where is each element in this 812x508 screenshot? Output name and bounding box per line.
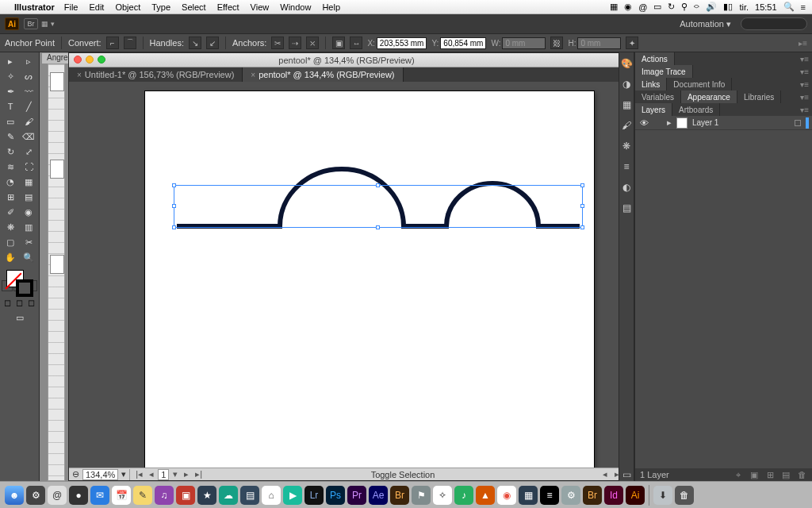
selection-tool[interactable]: ▸ (2, 54, 19, 68)
dock-app-icon[interactable]: ≡ (540, 486, 559, 505)
graph-tool[interactable]: ▥ (20, 220, 37, 234)
stroke-swatch[interactable] (16, 279, 33, 297)
nav-thumb[interactable] (50, 160, 64, 179)
photoshop-app-icon[interactable]: Ps (326, 486, 345, 505)
bbox-handle[interactable] (376, 225, 380, 229)
canvas[interactable] (69, 82, 624, 468)
menu-file[interactable]: File (64, 2, 79, 12)
align-ref-button[interactable]: ↔ (350, 37, 362, 49)
tab-document-info[interactable]: Document Info (667, 78, 732, 90)
premiere-app-icon[interactable]: Pr (347, 486, 366, 505)
dock-app-icon[interactable]: @ (48, 486, 67, 505)
battery-icon[interactable]: ▮▯ (723, 2, 733, 12)
controlbar-menu-icon[interactable]: ▸≡ (799, 39, 807, 48)
bridge-button[interactable]: Br (24, 18, 38, 29)
tab-appearance[interactable]: Appearance (681, 90, 737, 103)
draw-behind[interactable]: ◻ (13, 297, 25, 308)
screen-mode-button[interactable]: ▭ (2, 310, 37, 325)
minimize-icon[interactable] (86, 56, 94, 64)
dock-app-icon[interactable]: ⚑ (412, 486, 431, 505)
doc-titlebar[interactable]: pentool* @ 134,4% (RGB/Preview) (69, 53, 624, 67)
layer-thumb[interactable] (676, 117, 688, 129)
brushes-panel-icon[interactable]: 🖌 (620, 119, 633, 132)
fill-stroke-swatches[interactable] (2, 268, 37, 298)
dock-app-icon[interactable]: 📅 (112, 486, 131, 505)
menu-window[interactable]: Window (280, 2, 311, 12)
status-icon[interactable]: ▦ (610, 2, 618, 12)
menu-help[interactable]: Help (322, 2, 340, 12)
handles-show-button[interactable]: ↘ (189, 37, 201, 49)
at-icon[interactable]: @ (638, 2, 647, 12)
clock-time[interactable]: 15:51 (755, 2, 777, 12)
menu-view[interactable]: View (251, 2, 270, 12)
tab-links[interactable]: Links (635, 78, 667, 90)
bridge-app-icon[interactable]: Br (583, 486, 602, 505)
close-icon[interactable] (74, 56, 82, 64)
bbox-handle[interactable] (580, 225, 584, 229)
last-artboard-icon[interactable]: ▸| (193, 469, 205, 479)
tab-untitled[interactable]: ×Untitled-1* @ 156,73% (RGB/Preview) (69, 67, 243, 82)
stroke-panel-icon[interactable]: ≡ (620, 160, 633, 173)
workspace-switcher[interactable]: Automation ▾ (675, 17, 736, 31)
dock-app-icon[interactable]: ▤ (240, 486, 259, 505)
artwork-path[interactable] (145, 91, 594, 468)
dock-app-icon[interactable]: ♫ (155, 486, 174, 505)
tab-libraries[interactable]: Libraries (737, 90, 781, 103)
dock-app-icon[interactable]: ♪ (454, 486, 473, 505)
display-icon[interactable]: ▭ (653, 2, 661, 12)
isolate-button[interactable]: ▣ (332, 37, 345, 49)
shape-builder-tool[interactable]: ◔ (2, 175, 19, 189)
zoom-out-icon[interactable]: ⊖ (72, 469, 79, 479)
artboard-dropdown-icon[interactable]: ▾ (170, 469, 180, 479)
menu-effect[interactable]: Effect (217, 2, 239, 12)
dock-app-icon[interactable]: ▦ (519, 486, 538, 505)
panel-menu-icon[interactable]: ▾≡ (797, 90, 812, 103)
tab-artboards[interactable]: Artboards (672, 103, 720, 116)
transparency-panel-icon[interactable]: ▤ (620, 202, 633, 214)
menu-select[interactable]: Select (182, 2, 206, 12)
zoom-control[interactable]: ⊖ 134,4% ▾ (69, 469, 130, 480)
cut-path-button[interactable]: ⤫ (306, 37, 319, 49)
symbols-panel-icon[interactable]: ❋ (620, 140, 633, 152)
downloads-stack-icon[interactable]: ⬇ (653, 486, 672, 505)
dock-app-icon[interactable]: ☁ (219, 486, 238, 505)
dock-app-icon[interactable]: ✧ (433, 486, 452, 505)
tab-layers[interactable]: Layers (635, 103, 672, 116)
artboard[interactable] (145, 91, 594, 468)
mesh-tool[interactable]: ⊞ (2, 190, 19, 204)
connect-anchor-button[interactable]: ⇢ (289, 37, 301, 49)
tab-pentool[interactable]: ×pentool* @ 134,4% (RGB/Preview) (243, 67, 403, 82)
scale-tool[interactable]: ⤢ (20, 144, 37, 159)
color-guide-panel-icon[interactable]: ◑ (620, 78, 633, 90)
artboard-number[interactable]: 1 (158, 469, 169, 480)
make-clipping-icon[interactable]: ▣ (749, 470, 760, 480)
close-icon[interactable]: × (251, 71, 255, 79)
dock-app-icon[interactable]: ✎ (133, 486, 152, 505)
eyedropper-tool[interactable]: ✐ (2, 205, 19, 219)
illustrator-app-icon[interactable]: Ai (626, 486, 645, 505)
swatches-panel-icon[interactable]: ▦ (620, 98, 633, 111)
pencil-tool[interactable]: ✎ (2, 129, 19, 144)
rectangle-tool[interactable]: ▭ (2, 114, 19, 129)
x-field[interactable]: X: 203,553 mm (367, 37, 427, 49)
width-tool[interactable]: ≋ (2, 160, 19, 174)
aftereffects-app-icon[interactable]: Ae (369, 486, 388, 505)
tab-image-trace[interactable]: Image Trace (635, 65, 693, 78)
first-artboard-icon[interactable]: |◂ (133, 469, 145, 479)
bbox-handle[interactable] (172, 204, 176, 208)
dock-app-icon[interactable]: ▶ (283, 486, 302, 505)
prev-artboard-icon[interactable]: ◂ (147, 469, 156, 479)
lasso-tool[interactable]: ᔕ (20, 69, 37, 83)
panel-menu-icon[interactable]: ▾≡ (797, 103, 812, 116)
artboard-tool[interactable]: ▢ (2, 235, 19, 249)
tab-actions[interactable]: Actions (635, 52, 675, 65)
draw-inside[interactable]: ◻ (26, 297, 37, 308)
handles-hide-button[interactable]: ↙ (206, 37, 219, 49)
convert-corner-button[interactable]: ⌐ (106, 37, 119, 49)
close-icon[interactable]: × (77, 71, 82, 79)
layer-row[interactable]: 👁 ▸ Layer 1 (635, 116, 812, 130)
dock-app-icon[interactable]: ▣ (176, 486, 195, 505)
nav-thumb[interactable] (50, 255, 64, 274)
zoom-dropdown-icon[interactable]: ▾ (121, 469, 126, 479)
locate-layer-icon[interactable]: ⌖ (733, 470, 744, 480)
